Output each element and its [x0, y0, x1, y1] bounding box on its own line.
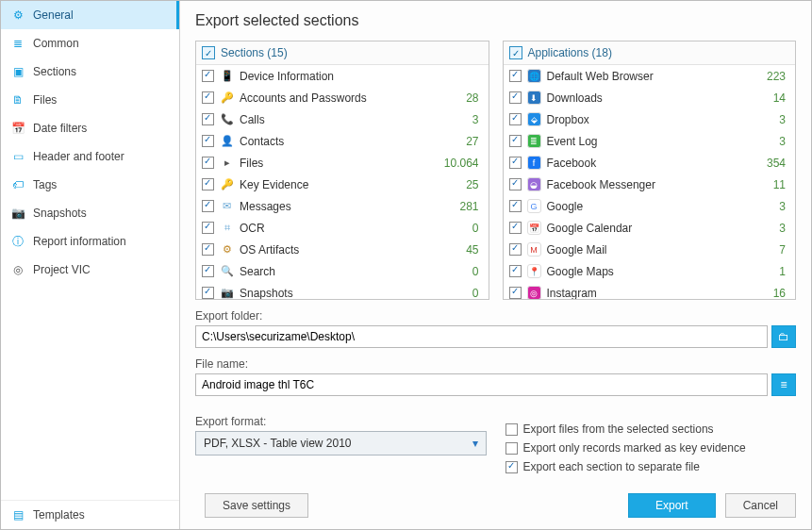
- save-settings-button[interactable]: Save settings: [205, 493, 308, 518]
- opt-label: Export only records marked as key eviden…: [523, 441, 746, 455]
- list-item[interactable]: ⚙OS Artifacts45: [196, 239, 489, 260]
- app-name: Downloads: [547, 91, 768, 105]
- browse-folder-button[interactable]: 🗀: [771, 325, 796, 348]
- checkbox-icon[interactable]: [509, 287, 522, 299]
- checkbox-icon[interactable]: [509, 91, 522, 104]
- list-item[interactable]: 🔑Key Evidence25: [196, 174, 489, 195]
- checkbox-icon[interactable]: [202, 265, 214, 277]
- app-count: 3: [779, 222, 786, 235]
- file-name-input[interactable]: [195, 373, 768, 396]
- sections-checkall-icon[interactable]: [202, 46, 215, 59]
- list-item[interactable]: ⌗OCR0: [196, 217, 489, 239]
- checkbox-icon[interactable]: [202, 243, 214, 256]
- checkbox-icon[interactable]: [202, 113, 214, 125]
- list-item[interactable]: 🔍Search0: [196, 260, 489, 282]
- applications-header-label: Applications (18): [528, 46, 612, 59]
- sidebar-item-label: Common: [33, 37, 79, 50]
- checkbox-icon[interactable]: [509, 70, 522, 82]
- sidebar-item-header-and-footer[interactable]: ▭Header and footer: [1, 142, 179, 171]
- section-name: Search: [240, 265, 467, 278]
- app-icon: ⬙: [527, 112, 541, 126]
- list-item[interactable]: 📍Google Maps1: [504, 260, 796, 282]
- applications-checkall-icon[interactable]: [509, 46, 522, 59]
- file-name-options-button[interactable]: ≡: [771, 373, 796, 396]
- opt-export-files[interactable]: Export files from the selected sections: [505, 422, 797, 436]
- checkbox-icon[interactable]: [509, 265, 522, 277]
- checkbox-icon[interactable]: [202, 135, 214, 147]
- app-name: Google Mail: [547, 243, 774, 257]
- section-name: Messages: [240, 200, 454, 213]
- list-item[interactable]: GGoogle3: [504, 195, 796, 217]
- opt-label: Export each section to separate file: [523, 460, 700, 473]
- list-item[interactable]: ◒Facebook Messenger11: [504, 174, 796, 195]
- sidebar-item-label: Tags: [33, 178, 57, 191]
- list-item[interactable]: ⬇Downloads14: [504, 87, 796, 108]
- section-icon: ✉: [220, 199, 234, 213]
- sidebar-item-report-information[interactable]: ⓘReport information: [1, 227, 179, 256]
- section-icon: 📱: [220, 69, 234, 83]
- checkbox-icon[interactable]: [509, 135, 522, 147]
- sections-header[interactable]: Sections (15): [196, 41, 489, 65]
- sidebar-item-project-vic[interactable]: ◎Project VIC: [1, 256, 179, 284]
- sidebar-item-files[interactable]: 🗎Files: [1, 86, 179, 114]
- checkbox-icon[interactable]: [509, 178, 522, 190]
- export-button[interactable]: Export: [628, 493, 716, 518]
- checkbox-icon[interactable]: [202, 178, 214, 190]
- sections-body[interactable]: 📱Device Information🔑Accounts and Passwor…: [196, 65, 489, 299]
- sidebar-templates[interactable]: ▤ Templates: [1, 501, 179, 529]
- applications-body[interactable]: 🌐Default Web Browser223⬇Downloads14⬙Drop…: [504, 65, 796, 299]
- app-name: Dropbox: [547, 113, 774, 126]
- section-count: 10.064: [444, 157, 479, 170]
- section-name: Snapshots: [240, 287, 467, 300]
- checkbox-icon[interactable]: [509, 113, 522, 125]
- list-item[interactable]: 🌐Default Web Browser223: [504, 65, 796, 87]
- checkbox-icon[interactable]: [202, 287, 214, 299]
- list-item[interactable]: ≣Event Log3: [504, 130, 796, 152]
- list-item[interactable]: 🔑Accounts and Passwords28: [196, 87, 489, 108]
- cancel-button[interactable]: Cancel: [725, 493, 796, 518]
- list-item[interactable]: 👤Contacts27: [196, 130, 489, 152]
- section-count: 3: [472, 113, 479, 126]
- checkbox-icon[interactable]: [509, 222, 522, 234]
- sidebar-item-tags[interactable]: 🏷Tags: [1, 171, 179, 199]
- sidebar-item-label: Templates: [33, 508, 85, 522]
- app-icon: f: [527, 156, 541, 170]
- applications-header[interactable]: Applications (18): [504, 41, 796, 65]
- sidebar-item-sections[interactable]: ▣Sections: [1, 58, 179, 86]
- sidebar-item-date-filters[interactable]: 📅Date filters: [1, 114, 179, 142]
- file-name-label: File name:: [195, 357, 796, 371]
- list-item[interactable]: ◎Instagram16: [504, 282, 796, 299]
- checkbox-icon[interactable]: [202, 70, 214, 82]
- section-icon: 🔑: [220, 91, 234, 105]
- tag-icon: 🏷: [10, 177, 25, 192]
- sidebar-item-snapshots[interactable]: 📷Snapshots: [1, 199, 179, 227]
- sidebar-item-label: Report information: [33, 235, 126, 248]
- app-count: 3: [779, 200, 786, 213]
- app-count: 14: [773, 91, 786, 105]
- checkbox-icon[interactable]: [202, 91, 214, 104]
- checkbox-icon[interactable]: [202, 222, 214, 234]
- list-item[interactable]: 📅Google Calendar3: [504, 217, 796, 239]
- list-item[interactable]: 📱Device Information: [196, 65, 489, 87]
- list-item[interactable]: 📷Snapshots0: [196, 282, 489, 299]
- list-item[interactable]: ▸Files10.064: [196, 152, 489, 174]
- export-folder-input[interactable]: [195, 325, 768, 348]
- list-item[interactable]: 📞Calls3: [196, 108, 489, 130]
- checkbox-icon[interactable]: [509, 243, 522, 256]
- checkbox-icon[interactable]: [202, 200, 214, 212]
- opt-separate-file[interactable]: Export each section to separate file: [505, 460, 797, 473]
- app-icon: M: [527, 242, 541, 257]
- checkbox-icon[interactable]: [202, 157, 214, 169]
- list-item[interactable]: fFacebook354: [504, 152, 796, 174]
- app-icon: 🌐: [527, 69, 541, 83]
- sidebar-item-common[interactable]: ≣Common: [1, 29, 179, 58]
- opt-key-evidence[interactable]: Export only records marked as key eviden…: [505, 441, 797, 455]
- list-item[interactable]: MGoogle Mail7: [504, 239, 796, 260]
- list-item[interactable]: ⬙Dropbox3: [504, 108, 796, 130]
- checkbox-icon[interactable]: [509, 200, 522, 212]
- checkbox-icon[interactable]: [509, 157, 522, 169]
- sidebar-item-general[interactable]: ⚙General: [1, 1, 179, 29]
- header-icon: ▭: [10, 149, 25, 164]
- export-format-select[interactable]: PDF, XLSX - Table view 2010 ▾: [195, 431, 487, 455]
- list-item[interactable]: ✉Messages281: [196, 195, 489, 217]
